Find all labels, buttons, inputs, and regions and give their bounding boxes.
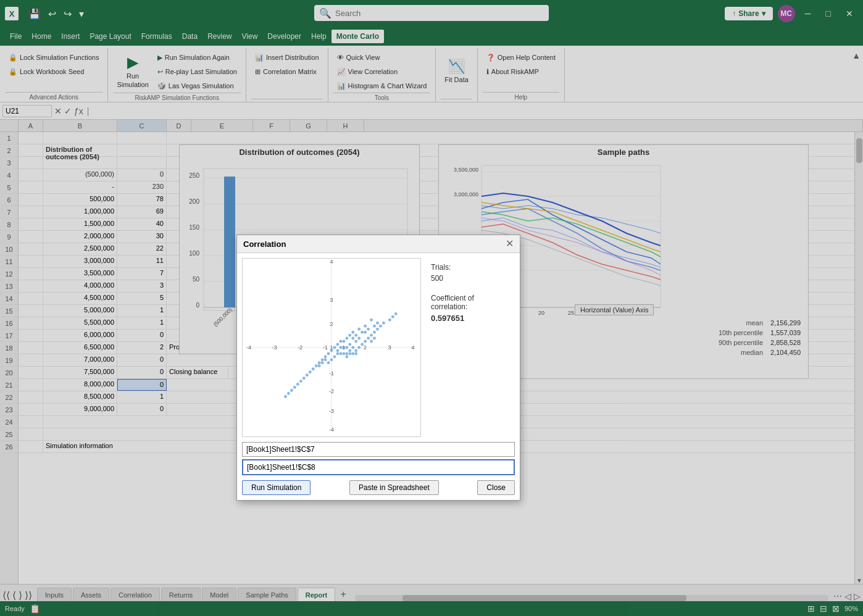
svg-point-68 [354,334,357,337]
svg-point-79 [321,358,324,361]
svg-point-126 [339,340,342,343]
svg-text:3: 3 [388,344,391,351]
svg-point-84 [306,373,309,377]
svg-point-127 [342,352,345,355]
scatter-info-panel: Trials: 500 Coefficient of correlation: … [426,258,515,437]
svg-point-131 [354,352,357,355]
svg-point-87 [296,383,299,386]
svg-text:-2: -2 [298,344,302,351]
svg-point-86 [299,380,302,383]
svg-text:-2: -2 [329,388,334,394]
svg-point-90 [351,337,354,340]
svg-point-107 [348,349,351,352]
dialog-inputs [242,442,515,475]
paste-in-spreadsheet-button[interactable]: Paste in Spreadsheet [349,480,439,495]
svg-point-111 [361,343,364,346]
svg-point-105 [327,361,330,364]
svg-point-110 [357,346,361,349]
svg-text:2: 2 [364,344,367,351]
svg-point-69 [357,328,361,331]
svg-text:-4: -4 [329,427,334,433]
svg-text:-3: -3 [329,408,334,414]
run-simulation-dialog-button[interactable]: Run Simulation [242,480,311,495]
svg-point-113 [318,364,321,367]
svg-point-118 [373,337,376,340]
svg-point-74 [376,322,379,325]
svg-point-99 [382,322,385,325]
svg-point-106 [345,346,348,349]
svg-point-117 [370,340,373,343]
svg-point-71 [370,318,373,322]
svg-text:-1: -1 [329,370,334,377]
svg-point-66 [339,352,342,355]
svg-point-82 [312,367,315,370]
scatter-and-info: 4 3 2 1 -1 -2 -3 -4 -4 -3 -2 -1 1 2 [242,258,515,437]
svg-point-94 [367,328,370,331]
close-dialog-button[interactable]: Close [477,480,515,495]
dialog-buttons: Run Simulation Paste in Spreadsheet Clos… [242,480,515,495]
svg-point-115 [324,358,327,361]
svg-point-102 [336,352,339,355]
svg-point-100 [336,343,339,346]
svg-point-129 [348,352,351,355]
svg-point-101 [339,346,342,349]
svg-point-89 [348,334,351,337]
svg-point-65 [336,349,339,352]
svg-point-123 [290,389,293,392]
coefficient-value: 0.597651 [431,314,510,323]
dialog-overlay: Correlation ✕ 4 3 2 1 -1 [0,0,863,616]
svg-point-121 [394,312,398,315]
svg-point-81 [315,364,318,367]
svg-point-114 [321,361,324,364]
svg-point-85 [302,377,306,380]
svg-point-75 [333,346,336,349]
svg-text:4: 4 [412,344,415,351]
svg-point-125 [284,395,287,398]
svg-point-67 [345,355,348,358]
svg-point-103 [333,355,336,358]
svg-point-108 [351,346,354,349]
dialog-input-1[interactable] [242,442,515,457]
svg-point-119 [388,318,391,322]
svg-point-93 [364,331,367,334]
svg-point-80 [318,361,321,364]
svg-text:2: 2 [330,321,333,327]
svg-point-112 [364,340,367,343]
svg-point-109 [354,349,357,352]
svg-point-128 [345,352,348,355]
trials-value: 500 [431,274,510,283]
trials-label: Trials: [431,263,510,272]
svg-point-78 [324,355,327,358]
svg-point-72 [361,331,364,334]
correlation-dialog: Correlation ✕ 4 3 2 1 -1 [236,235,520,501]
svg-point-76 [330,349,333,352]
dialog-header: Correlation ✕ [237,235,520,253]
dialog-close-button[interactable]: ✕ [506,239,514,249]
svg-point-95 [370,334,373,337]
svg-point-83 [309,370,312,373]
svg-point-62 [351,331,354,334]
svg-point-88 [342,340,345,343]
svg-point-92 [357,337,361,340]
svg-point-116 [367,337,370,340]
svg-point-98 [379,325,382,328]
svg-point-77 [327,352,330,355]
coefficient-label: Coefficient of correlation: [431,294,510,311]
dialog-input-2[interactable] [242,459,515,475]
svg-text:-4: -4 [246,344,251,351]
dialog-title: Correlation [243,239,286,249]
svg-point-104 [330,358,333,361]
svg-point-61 [345,337,348,340]
svg-point-73 [373,325,376,328]
svg-text:3: 3 [330,297,333,303]
svg-point-91 [354,340,357,343]
svg-point-120 [391,315,394,318]
dialog-body: 4 3 2 1 -1 -2 -3 -4 -4 -3 -2 -1 1 2 [237,253,520,500]
svg-text:-1: -1 [323,344,328,351]
svg-point-63 [348,343,351,346]
svg-text:4: 4 [330,259,333,265]
scatter-plot: 4 3 2 1 -1 -2 -3 -4 -4 -3 -2 -1 1 2 [242,258,421,437]
svg-point-124 [287,392,290,395]
svg-point-122 [293,386,296,389]
svg-point-97 [376,328,379,331]
